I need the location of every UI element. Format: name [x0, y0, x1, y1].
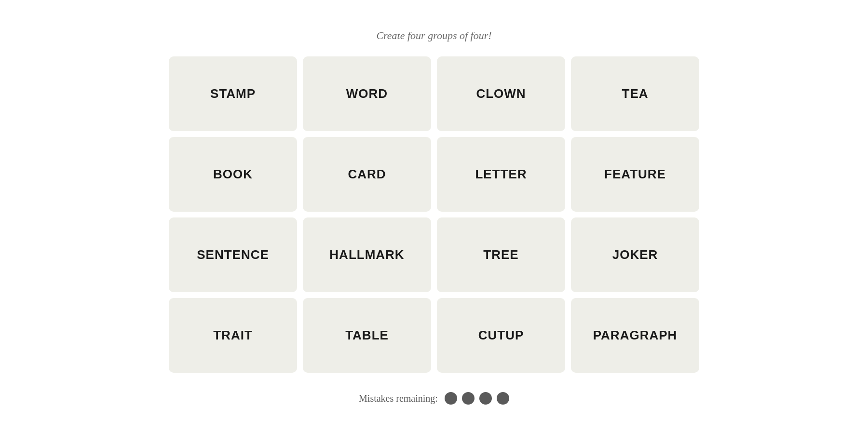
tile-label-letter: LETTER	[475, 167, 527, 182]
tile-hallmark[interactable]: HALLMARK	[303, 217, 431, 292]
tile-tree[interactable]: TREE	[437, 217, 565, 292]
tile-trait[interactable]: TRAIT	[169, 298, 297, 373]
tile-feature[interactable]: FEATURE	[571, 137, 699, 212]
tile-tea[interactable]: TEA	[571, 56, 699, 131]
tile-paragraph[interactable]: PARAGRAPH	[571, 298, 699, 373]
mistakes-label: Mistakes remaining:	[359, 393, 438, 404]
tile-label-stamp: STAMP	[210, 86, 256, 101]
mistake-dot-2	[479, 392, 492, 405]
tile-label-tree: TREE	[483, 247, 518, 262]
tile-label-sentence: SENTENCE	[197, 247, 269, 262]
tile-label-hallmark: HALLMARK	[329, 247, 404, 262]
tile-label-trait: TRAIT	[213, 328, 253, 343]
mistake-dot-1	[462, 392, 475, 405]
tile-label-tea: TEA	[622, 86, 649, 101]
game-container: Create four groups of four! STAMPWORDCLO…	[169, 29, 699, 405]
tile-sentence[interactable]: SENTENCE	[169, 217, 297, 292]
mistake-dot-3	[497, 392, 509, 405]
tile-label-paragraph: PARAGRAPH	[593, 328, 678, 343]
mistakes-dots	[445, 392, 509, 405]
tile-label-table: TABLE	[345, 328, 389, 343]
tile-book[interactable]: BOOK	[169, 137, 297, 212]
tile-label-feature: FEATURE	[604, 167, 666, 182]
tile-label-card: CARD	[348, 167, 386, 182]
tile-card[interactable]: CARD	[303, 137, 431, 212]
tile-joker[interactable]: JOKER	[571, 217, 699, 292]
tile-cutup[interactable]: CUTUP	[437, 298, 565, 373]
tile-label-cutup: CUTUP	[478, 328, 524, 343]
mistake-dot-0	[445, 392, 457, 405]
tile-label-clown: CLOWN	[476, 86, 526, 101]
tile-clown[interactable]: CLOWN	[437, 56, 565, 131]
tile-label-book: BOOK	[213, 167, 253, 182]
tile-letter[interactable]: LETTER	[437, 137, 565, 212]
tile-word[interactable]: WORD	[303, 56, 431, 131]
mistakes-row: Mistakes remaining:	[359, 392, 509, 405]
tile-stamp[interactable]: STAMP	[169, 56, 297, 131]
tiles-grid: STAMPWORDCLOWNTEABOOKCARDLETTERFEATURESE…	[169, 56, 699, 373]
tile-label-joker: JOKER	[612, 247, 658, 262]
subtitle: Create four groups of four!	[376, 29, 491, 42]
tile-label-word: WORD	[346, 86, 388, 101]
tile-table[interactable]: TABLE	[303, 298, 431, 373]
